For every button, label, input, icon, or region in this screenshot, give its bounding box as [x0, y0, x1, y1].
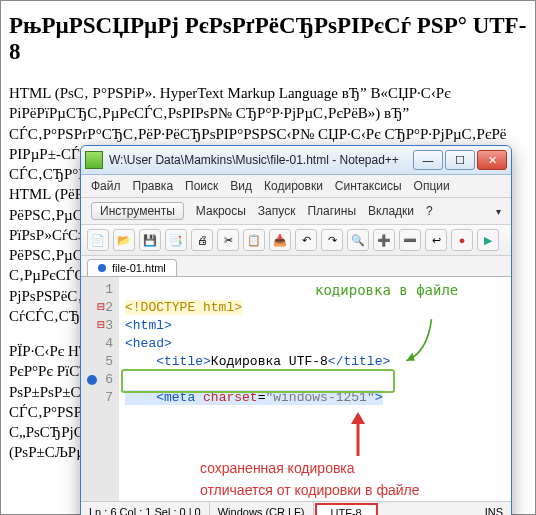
code-line-6-tag: <meta: [156, 390, 195, 405]
save-icon[interactable]: 💾: [139, 229, 161, 251]
menu-plugins[interactable]: Плагины: [307, 204, 356, 218]
toolbar: 📄 📂 💾 📑 🖨 ✂ 📋 📥 ↶ ↷ 🔍 ➕ ➖ ↩ ● ▶: [81, 225, 511, 256]
search-icon[interactable]: 🔍: [347, 229, 369, 251]
code-line-4-text: Кодировка UTF-8: [211, 354, 328, 369]
menu-options[interactable]: Опции: [414, 179, 450, 193]
menu-search[interactable]: Поиск: [185, 179, 218, 193]
annotation-red: сохраненная кодировка отличается от коди…: [200, 457, 419, 502]
code-line-2: <html>: [125, 318, 172, 333]
minimize-button[interactable]: —: [413, 150, 443, 170]
tab-strip: file-01.html: [81, 256, 511, 276]
menu-syntax[interactable]: Синтаксисы: [335, 179, 402, 193]
menu-edit[interactable]: Правка: [133, 179, 174, 193]
status-insert-mode: INS: [477, 502, 511, 515]
menu-view[interactable]: Вид: [230, 179, 252, 193]
code-line-4-open: <title>: [156, 354, 211, 369]
wrap-icon[interactable]: ↩: [425, 229, 447, 251]
close-button[interactable]: ✕: [477, 150, 507, 170]
status-position: Ln : 6 Col : 1 Sel : 0 | 0: [81, 502, 210, 515]
page-title: РњРµРЅСЏРµРј РєРѕРґРёСЂРѕРІРєСѓ РЅР° UTF…: [9, 13, 527, 65]
save-all-icon[interactable]: 📑: [165, 229, 187, 251]
status-bar: Ln : 6 Col : 1 Sel : 0 | 0 Windows (CR L…: [81, 501, 511, 515]
menu-help[interactable]: ?: [426, 204, 433, 218]
play-icon[interactable]: ▶: [477, 229, 499, 251]
menu-encoding[interactable]: Кодировки: [264, 179, 323, 193]
menu-tools[interactable]: Инструменты: [91, 202, 184, 220]
menu-tabs[interactable]: Вкладки: [368, 204, 414, 218]
copy-icon[interactable]: 📋: [243, 229, 265, 251]
maximize-button[interactable]: ☐: [445, 150, 475, 170]
print-icon[interactable]: 🖨: [191, 229, 213, 251]
tab-file-01[interactable]: file-01.html: [87, 259, 177, 276]
annotation-red-1: сохраненная кодировка: [200, 457, 419, 479]
breakpoint-icon[interactable]: [87, 375, 97, 385]
code-line-4-close: </title>: [328, 354, 390, 369]
titlebar[interactable]: W:\User Data\Mamkins\Music\file-01.html …: [81, 146, 511, 175]
code-line-3: <head>: [125, 336, 172, 351]
new-file-icon[interactable]: 📄: [87, 229, 109, 251]
menu-macros[interactable]: Макросы: [196, 204, 246, 218]
window-title: W:\User Data\Mamkins\Music\file-01.html …: [109, 153, 411, 167]
menu-file[interactable]: Файл: [91, 179, 121, 193]
code-line-6-attr: charset: [203, 390, 258, 405]
record-icon[interactable]: ●: [451, 229, 473, 251]
app-icon: [85, 151, 103, 169]
annotation-red-2: отличается от кодировки в файле: [200, 479, 419, 501]
status-encoding[interactable]: UTF-8: [315, 503, 378, 515]
zoom-in-icon[interactable]: ➕: [373, 229, 395, 251]
annotation-green: кодировка в файле: [315, 281, 458, 299]
open-file-icon[interactable]: 📂: [113, 229, 135, 251]
undo-icon[interactable]: ↶: [295, 229, 317, 251]
redo-icon[interactable]: ↷: [321, 229, 343, 251]
paste-icon[interactable]: 📥: [269, 229, 291, 251]
code-line-6-end: >: [375, 390, 383, 405]
status-eol: Windows (CR LF): [210, 502, 314, 515]
menu-bar-1: Файл Правка Поиск Вид Кодировки Синтакси…: [81, 175, 511, 198]
cut-icon[interactable]: ✂: [217, 229, 239, 251]
tab-label: file-01.html: [112, 262, 166, 274]
code-line-6-val: "windows-1251": [265, 390, 374, 405]
modified-dot-icon: [98, 264, 106, 272]
green-arrow-icon: [399, 315, 439, 365]
code-line-1: <!DOCTYPE html>: [125, 300, 242, 315]
zoom-out-icon[interactable]: ➖: [399, 229, 421, 251]
menu-overflow-icon[interactable]: ▾: [496, 206, 501, 217]
menu-run[interactable]: Запуск: [258, 204, 296, 218]
menu-bar-2: Инструменты Макросы Запуск Плагины Вклад…: [81, 198, 511, 225]
line-gutter: 1 ⊟2 ⊟3 4 5 6 7: [81, 277, 119, 501]
